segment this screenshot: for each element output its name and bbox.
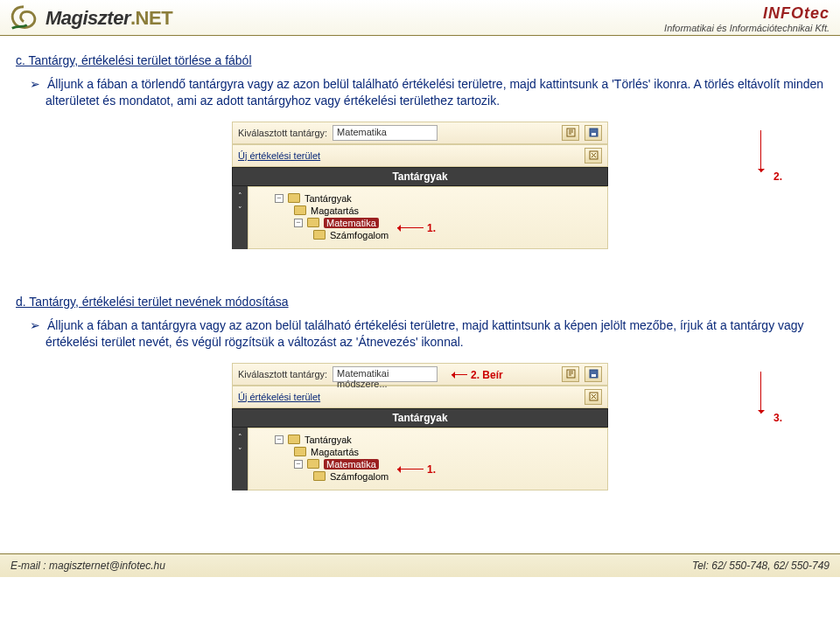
page-footer: E-mail : magiszternet@infotec.hu Tel: 62… — [0, 553, 840, 577]
subjects-bar: Tantárgyak — [232, 408, 608, 428]
tree-node-magatartas[interactable]: Magatartás — [256, 446, 600, 458]
header-right: INFOtec Informatikai és Információtechni… — [664, 4, 830, 33]
subjects-bar: Tantárgyak — [232, 167, 608, 186]
expand-up-icon[interactable]: ˄ — [238, 433, 242, 442]
tree-node-root[interactable]: − Tantárgyak — [256, 434, 600, 446]
callout-1: 1. — [427, 463, 436, 476]
callout-line-2 — [760, 130, 761, 172]
section-c-text: ➢Álljunk a fában a törlendő tantárgyra v… — [46, 76, 824, 109]
tree-side-icons: ˄ ˅ — [232, 428, 248, 490]
callout-1-wrap: 1. — [397, 463, 436, 476]
footer-email: E-mail : magiszternet@infotec.hu — [10, 560, 165, 572]
selected-subject-label: Kiválasztott tantárgy: — [238, 128, 327, 138]
folder-icon — [313, 230, 326, 240]
subject-tree: − Tantárgyak Magatartás − Matematika — [248, 428, 608, 490]
logo-swirl-icon — [7, 3, 40, 33]
callout-2-wrap: 2. Beír — [452, 369, 503, 381]
subject-tree: − Tantárgyak Magatartás − Matematika — [248, 186, 608, 249]
folder-icon — [288, 193, 300, 203]
brand-name: INFOtec — [664, 4, 830, 23]
rename-icon[interactable] — [562, 125, 579, 141]
callout-1: 1. — [427, 222, 436, 234]
callout-1-wrap: 1. — [397, 222, 436, 234]
folder-icon — [294, 205, 306, 215]
section-d-heading: d. Tantárgy, értékelési terület nevének … — [16, 295, 824, 309]
page-header: Magiszter.NET INFOtec Informatikai és In… — [0, 0, 840, 36]
new-area-row: Új értékelési terület — [232, 144, 608, 167]
svg-rect-2 — [592, 133, 596, 136]
bullet-icon: ➢ — [30, 76, 40, 93]
selected-subject-row: Kiválasztott tantárgy: Matematika — [232, 122, 608, 144]
callout-3: 3. — [774, 412, 782, 424]
expand-down-icon[interactable]: ˅ — [238, 447, 242, 456]
rename-icon[interactable] — [562, 366, 579, 382]
section-d-text: ➢Álljunk a fában a tantárgyra vagy az az… — [46, 317, 824, 351]
collapse-icon[interactable]: − — [275, 194, 284, 203]
new-area-link[interactable]: Új értékelési terület — [238, 392, 320, 402]
selected-subject-label: Kiválasztott tantárgy: — [238, 369, 327, 379]
selected-subject-row: Kiválasztott tantárgy: Matematikai módsz… — [232, 363, 608, 386]
expand-down-icon[interactable]: ˅ — [238, 205, 242, 214]
callout-2: 2. Beír — [471, 369, 503, 381]
save-icon[interactable] — [584, 366, 602, 382]
logo: Magiszter.NET — [7, 3, 172, 33]
svg-rect-6 — [592, 374, 596, 377]
collapse-icon[interactable]: − — [294, 219, 303, 227]
document-content: c. Tantárgy, értékelési terület törlése … — [0, 36, 840, 545]
tree-node-root[interactable]: − Tantárgyak — [256, 192, 600, 205]
collapse-icon[interactable]: − — [275, 435, 284, 444]
ui-screenshot-2: 3. Kiválasztott tantárgy: Matematikai mó… — [16, 363, 824, 504]
callout-line-3 — [760, 372, 761, 414]
delete-icon[interactable] — [584, 148, 602, 163]
section-c-heading: c. Tantárgy, értékelési terület törlése … — [16, 53, 824, 67]
delete-icon[interactable] — [584, 389, 602, 405]
selected-subject-input[interactable]: Matematika — [332, 125, 438, 141]
tree-side-icons: ˄ ˅ — [232, 186, 248, 249]
collapse-icon[interactable]: − — [294, 460, 303, 469]
save-icon[interactable] — [584, 125, 602, 141]
folder-icon — [313, 471, 326, 481]
ui-screenshot-1: 2. Kiválasztott tantárgy: Matematika Új … — [16, 122, 824, 263]
folder-icon — [307, 218, 319, 227]
new-area-row: Új értékelési terület — [232, 386, 608, 408]
tree-node-magatartas[interactable]: Magatartás — [256, 205, 600, 217]
brand-subtitle: Informatikai és Információtechnikai Kft. — [664, 23, 830, 33]
footer-tel: Tel: 62/ 550-748, 62/ 550-749 — [692, 560, 830, 572]
callout-2: 2. — [774, 170, 782, 183]
folder-icon — [307, 459, 319, 469]
new-area-link[interactable]: Új értékelési terület — [238, 150, 320, 161]
folder-icon — [288, 435, 300, 444]
expand-up-icon[interactable]: ˄ — [238, 191, 242, 200]
selected-subject-input[interactable]: Matematikai módszere... — [332, 366, 438, 382]
bullet-icon: ➢ — [30, 317, 40, 334]
folder-icon — [294, 447, 306, 456]
logo-text: Magiszter.NET — [46, 7, 172, 30]
